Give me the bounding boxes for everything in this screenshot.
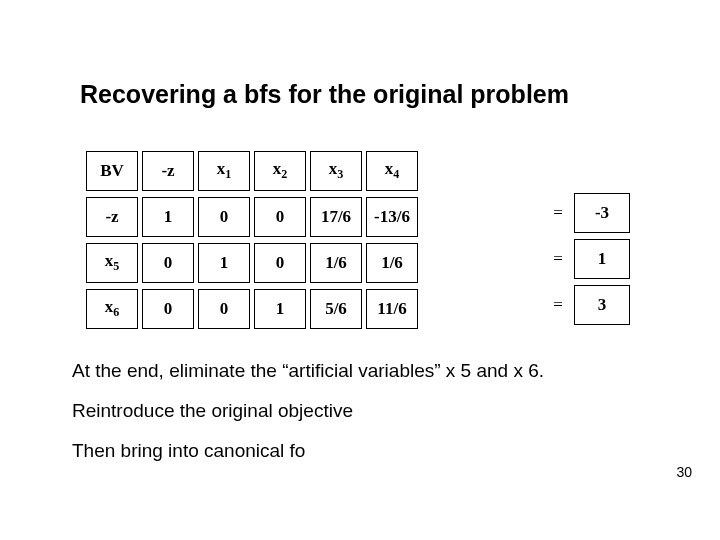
header-x4: x4 xyxy=(366,151,418,191)
cell-bv-x6: x6 xyxy=(86,289,138,329)
rhs-value: -3 xyxy=(574,193,630,233)
cell: 0 xyxy=(142,243,194,283)
body-line-3: Then bring into canonical fo xyxy=(72,440,305,462)
cell: 5/6 xyxy=(310,289,362,329)
equals-sign: = xyxy=(546,193,570,233)
tableau-row-x5: x5 0 1 0 1/6 1/6 xyxy=(86,243,418,283)
cell: 1 xyxy=(142,197,194,237)
rhs-row-z: = -3 xyxy=(546,193,630,233)
cell-bv-z: -z xyxy=(86,197,138,237)
cell: 11/6 xyxy=(366,289,418,329)
rhs-value: 3 xyxy=(574,285,630,325)
body-line-2: Reintroduce the original objective xyxy=(72,400,353,422)
cell: 1 xyxy=(198,243,250,283)
header-x3: x3 xyxy=(310,151,362,191)
header-neg-z: -z xyxy=(142,151,194,191)
equals-sign: = xyxy=(546,239,570,279)
cell: 0 xyxy=(142,289,194,329)
page-number: 30 xyxy=(676,464,692,480)
rhs-row-x6: = 3 xyxy=(546,285,630,325)
tableau-area: BV -z x1 x2 x3 x4 -z 1 0 0 17/6 -13/6 x5… xyxy=(82,145,634,335)
rhs-column: = -3 = 1 = 3 xyxy=(542,145,634,331)
body-line-1: At the end, eliminate the “artificial va… xyxy=(72,360,544,382)
tableau-row-z: -z 1 0 0 17/6 -13/6 xyxy=(86,197,418,237)
cell: 1/6 xyxy=(366,243,418,283)
cell: -13/6 xyxy=(366,197,418,237)
cell: 0 xyxy=(254,197,306,237)
header-bv: BV xyxy=(86,151,138,191)
rhs-value: 1 xyxy=(574,239,630,279)
cell: 1/6 xyxy=(310,243,362,283)
tableau-row-x6: x6 0 0 1 5/6 11/6 xyxy=(86,289,418,329)
cell-bv-x5: x5 xyxy=(86,243,138,283)
cell: 0 xyxy=(198,197,250,237)
cell: 0 xyxy=(198,289,250,329)
slide-title: Recovering a bfs for the original proble… xyxy=(80,80,569,109)
slide: Recovering a bfs for the original proble… xyxy=(0,0,720,540)
equals-sign: = xyxy=(546,285,570,325)
cell: 0 xyxy=(254,243,306,283)
header-x2: x2 xyxy=(254,151,306,191)
tableau-header-row: BV -z x1 x2 x3 x4 xyxy=(86,151,418,191)
cell: 17/6 xyxy=(310,197,362,237)
rhs-row-x5: = 1 xyxy=(546,239,630,279)
cell: 1 xyxy=(254,289,306,329)
header-x1: x1 xyxy=(198,151,250,191)
simplex-tableau: BV -z x1 x2 x3 x4 -z 1 0 0 17/6 -13/6 x5… xyxy=(82,145,422,335)
